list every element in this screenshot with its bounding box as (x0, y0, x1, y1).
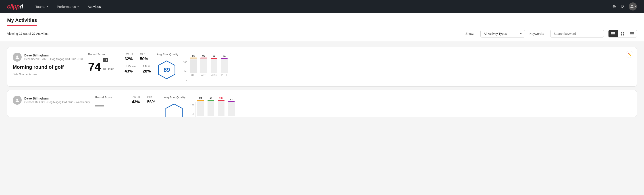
svg-rect-11 (631, 34, 634, 34)
viewing-count: 12 (19, 32, 22, 36)
round-score-label: Round Score (88, 53, 119, 56)
avatar (13, 53, 22, 62)
view-toggle-grid[interactable] (618, 30, 627, 37)
shot-quality-group: Avg Shot Quality 100 50 0 (164, 96, 631, 117)
svg-rect-10 (630, 34, 631, 34)
user-date: October 16, 2021 - Gog Magog Golf Club -… (24, 100, 90, 104)
bar-ott: 94 OTT (197, 96, 204, 117)
chevron-down-icon: ▾ (78, 5, 79, 8)
shot-quality-group: Avg Shot Quality 89 100 50 (157, 53, 631, 81)
shot-quality-chart: 100 50 0 85 (183, 59, 228, 81)
bar-app: 93 APP (208, 97, 214, 117)
svg-rect-5 (623, 32, 624, 34)
avatar-chevron: ▾ (635, 5, 636, 8)
mini-stats-group: FW Hit 62% GIR 50% Up/Down 43% 1 Putt (124, 53, 151, 81)
fw-hit-stat: FW Hit 62% (124, 53, 133, 61)
view-toggle-compact-list[interactable] (608, 30, 618, 37)
add-icon[interactable]: ⊕ (612, 4, 616, 9)
nav-item-teams[interactable]: Teams ▾ (32, 3, 52, 10)
oneputt-stat: 1 Putt 28% (143, 65, 151, 74)
activity-card: Dave Billingham October 16, 2021 - Gog M… (7, 90, 637, 117)
round-score-group: Round Score 74 +4 18 Holes (88, 53, 119, 81)
view-toggle-list[interactable] (627, 30, 637, 37)
bar-ott: 85 OTT (190, 54, 197, 76)
activity-title: Morning round of golf (13, 64, 82, 70)
bar-putt: 89 PUTT (221, 55, 228, 76)
navbar: clippd Teams ▾ Performance ▾ Activities … (0, 0, 644, 13)
user-info: Dave Billingham October 16, 2021 - Gog M… (13, 96, 90, 117)
shot-quality-label: Avg Shot Quality (157, 53, 631, 56)
svg-rect-3 (611, 34, 615, 35)
updown-stat: Up/Down 43% (124, 65, 136, 74)
page-title: My Activities (7, 13, 37, 26)
keywords-label: Keywords: (530, 32, 544, 36)
bar-arg: 89 ARG (211, 55, 217, 76)
user-avatar[interactable]: ▾ (629, 2, 637, 10)
svg-point-0 (631, 5, 632, 6)
avatar (13, 96, 22, 105)
svg-rect-9 (631, 32, 634, 33)
svg-rect-1 (611, 32, 615, 33)
svg-point-14 (16, 56, 18, 57)
score-value: — (95, 101, 104, 110)
svg-rect-4 (621, 32, 622, 34)
svg-rect-6 (621, 34, 622, 36)
page-header: My Activities (0, 13, 644, 26)
gir-stat: GIR 56% (147, 96, 155, 104)
gir-stat: GIR 50% (140, 53, 148, 61)
svg-rect-8 (630, 32, 631, 33)
edit-button[interactable]: ✏️ (626, 51, 633, 58)
svg-rect-7 (623, 34, 624, 36)
score-value: 74 (88, 61, 101, 73)
logo[interactable]: clippd (7, 3, 23, 10)
svg-rect-2 (611, 34, 615, 34)
activities-list: ✏️ Dave Billingham December 05, 2021 - G… (0, 42, 644, 126)
shot-quality-chart: 100 50 0 94 OTT (190, 102, 235, 117)
hex-score-value: 89 (164, 66, 170, 74)
activity-type-select[interactable]: All Activity Types Rounds Practice (480, 30, 525, 38)
chevron-down-icon: ▾ (47, 5, 48, 8)
shot-quality-hexagon: 89 (157, 60, 177, 80)
show-label: Show: (466, 32, 474, 36)
user-date: December 05, 2021 - Gog Magog Golf Club … (24, 58, 82, 61)
viewing-count-text: Viewing 12 out of 29 Activities (7, 32, 461, 36)
round-score-label: Round Score (95, 96, 126, 99)
score-badge: +4 (103, 58, 108, 62)
refresh-icon[interactable]: ↺ (620, 4, 624, 9)
user-info: Dave Billingham December 05, 2021 - Gog … (13, 53, 82, 81)
chart-y-axis: 100 50 0 (183, 61, 187, 81)
nav-item-performance[interactable]: Performance ▾ (53, 3, 82, 10)
activity-card: ✏️ Dave Billingham December 05, 2021 - G… (7, 47, 637, 86)
keyword-input[interactable] (550, 30, 604, 38)
round-score-group: Round Score — (95, 96, 126, 117)
view-toggle-group (608, 30, 637, 38)
score-holes: 18 Holes (103, 67, 114, 70)
svg-rect-12 (630, 34, 631, 35)
data-source: Data Source: Arccos (13, 73, 82, 76)
viewing-total: 29 (32, 32, 36, 36)
bar-arg: 106 ARG (218, 96, 224, 117)
filter-bar: Viewing 12 out of 29 Activities Show: Al… (0, 26, 644, 42)
svg-marker-17 (166, 104, 182, 117)
shot-quality-hexagon (164, 103, 184, 117)
bar-putt: 87 PUTT (228, 98, 235, 117)
bar-app: 90 APP (200, 54, 207, 76)
chart-y-axis: 100 50 0 (190, 104, 194, 117)
mini-stats-group: FW Hit 43% GIR 56% (132, 96, 159, 117)
svg-rect-13 (631, 34, 634, 35)
user-name: Dave Billingham (24, 54, 82, 57)
user-name: Dave Billingham (24, 96, 90, 100)
svg-point-16 (16, 98, 18, 100)
nav-item-activities[interactable]: Activities (84, 3, 104, 10)
fw-hit-stat: FW Hit 43% (132, 96, 140, 104)
